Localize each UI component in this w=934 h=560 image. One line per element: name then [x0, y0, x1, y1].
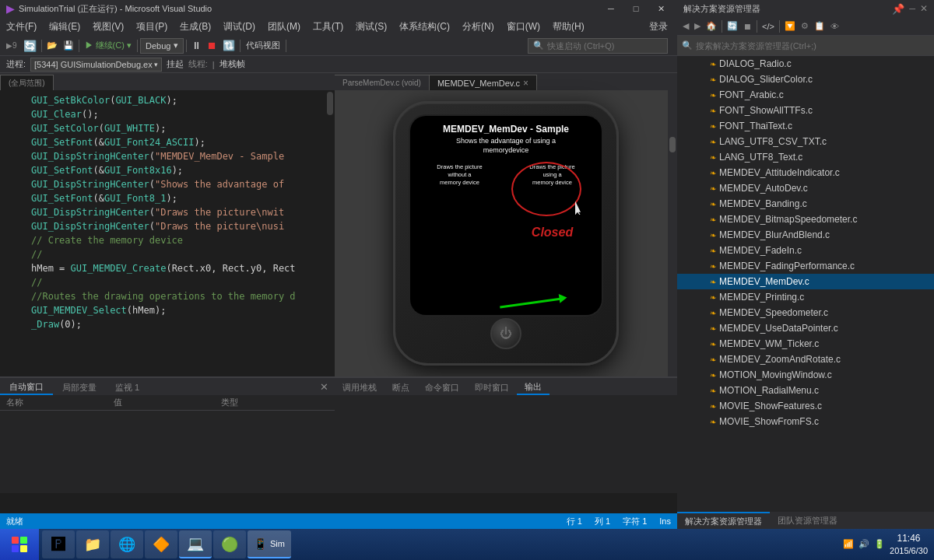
debug-tab-close-btn[interactable]: × — [523, 78, 528, 89]
tree-item[interactable]: ❧MEMDEV_ZoomAndRotate.c — [677, 352, 934, 367]
open-button[interactable]: 📂 — [44, 40, 60, 51]
start-button[interactable] — [0, 529, 39, 560]
debug-mode-dropdown[interactable]: Debug▾ — [140, 38, 184, 54]
tree-item[interactable]: ❧MEMDEV_Speedometer.c — [677, 305, 934, 320]
tree-item[interactable]: ❧MEMDEV_FadeIn.c — [677, 243, 934, 258]
solution-pin-btn[interactable]: 📌 — [892, 3, 904, 15]
taskbar-app-orange[interactable]: 🔶 — [145, 530, 177, 558]
code-line-9: GUI_DispStringHCenter("Draws the picture… — [31, 205, 335, 219]
minimize-button[interactable]: ─ — [601, 2, 621, 16]
menu-test[interactable]: 测试(S) — [349, 17, 393, 36]
debug-tab-inactive[interactable]: ParseMemDev.c (void) — [335, 75, 429, 90]
taskbar-app-sim[interactable]: 📱 Sim — [248, 530, 291, 558]
tree-item[interactable]: ❧MOTION_MovingWindow.c — [677, 367, 934, 383]
tree-item[interactable]: ❧FONT_ShowAllTTFs.c — [677, 103, 934, 118]
menu-build[interactable]: 生成(B) — [174, 17, 217, 36]
solution-minimize-btn[interactable]: ─ — [909, 4, 915, 13]
taskbar-app-browser[interactable]: 🌐 — [111, 530, 143, 558]
menu-view[interactable]: 视图(V) — [86, 17, 130, 36]
panel-close-btn[interactable]: ✕ — [320, 381, 328, 393]
continue-button[interactable]: ▶ 继续(C) ▾ — [82, 40, 135, 51]
tab-solution-explorer[interactable]: 解决方案资源管理器 — [677, 512, 770, 529]
stop-loading-btn[interactable]: ⏹ — [741, 22, 754, 31]
process-dropdown[interactable]: [5344] GUISimulationDebug.ex ▾ — [30, 58, 162, 72]
settings-btn[interactable]: ⚙ — [799, 21, 811, 31]
taskbar-app-files[interactable]: 📁 — [76, 530, 109, 558]
restart-button[interactable]: 🔃 — [220, 40, 237, 51]
menu-edit[interactable]: 编辑(E) — [43, 17, 86, 36]
maximize-button[interactable]: □ — [626, 2, 646, 16]
nav-forward-btn[interactable]: ▶ — [692, 21, 703, 31]
code-line-16: GUI_MEMDEV_Select(hMem); — [31, 303, 335, 317]
pause-button[interactable]: ⏸ — [189, 40, 204, 51]
tree-item[interactable]: ❧MEMDEV_BlurAndBlend.c — [677, 227, 934, 243]
filter-btn[interactable]: 🔽 — [782, 21, 798, 31]
tree-item[interactable]: ❧DIALOG_Radio.c — [677, 56, 934, 72]
debug-tab-immediate[interactable]: 即时窗口 — [467, 380, 517, 395]
menu-project[interactable]: 项目(P) — [130, 17, 174, 36]
tab-autos[interactable]: 自动窗口 — [0, 380, 53, 395]
editor-scrollbar[interactable] — [325, 90, 335, 376]
tree-item[interactable]: ❧MEMDEV_BitmapSpeedometer.c — [677, 212, 934, 227]
tree-item[interactable]: ❧MEMDEV_Printing.c — [677, 289, 934, 305]
tab-watch1[interactable]: 监视 1 — [106, 380, 149, 395]
menu-analyze[interactable]: 分析(N) — [456, 17, 500, 36]
close-button[interactable]: ✕ — [651, 2, 671, 16]
tree-item[interactable]: ❧MOVIE_ShowFeatures.c — [677, 398, 934, 414]
quick-launch[interactable]: 🔍 — [528, 38, 668, 54]
refresh-btn[interactable]: 🔄 — [725, 21, 740, 31]
solution-search-input[interactable] — [696, 41, 929, 51]
menu-help[interactable]: 帮助(H) — [546, 17, 591, 36]
menu-window[interactable]: 窗口(W) — [500, 17, 546, 36]
code-view-button[interactable]: 代码视图 — [243, 40, 283, 51]
menu-arch[interactable]: 体系结构(C) — [393, 17, 456, 36]
preview-btn[interactable]: 👁 — [828, 22, 841, 31]
taskbar-app-vs[interactable]: 💻 — [179, 530, 212, 558]
home-btn[interactable]: 🏠 — [704, 21, 719, 31]
green-arrow — [500, 297, 562, 308]
tree-item[interactable]: ❧DIALOG_SliderColor.c — [677, 72, 934, 87]
tab-locals[interactable]: 局部变量 — [53, 380, 106, 395]
debug-tab-callstack[interactable]: 调用堆栈 — [335, 380, 384, 395]
screen-right-col: Draws the pictureusing amemory device Cl… — [507, 160, 597, 312]
debug-tab-breakpoints[interactable]: 断点 — [384, 380, 417, 395]
save-button[interactable]: 💾 — [61, 40, 76, 51]
view-code-btn[interactable]: </> — [760, 22, 777, 31]
nav-back-btn[interactable]: ◀ — [680, 21, 691, 31]
tree-item[interactable]: ❧MOTION_RadialMenu.c — [677, 383, 934, 398]
tree-item[interactable]: ❧LANG_UTF8_CSV_TXT.c — [677, 134, 934, 149]
debug-tab-command[interactable]: 命令窗口 — [417, 380, 467, 395]
debug-tab-active[interactable]: MEMDEV_MemDev.c × — [429, 75, 537, 90]
tree-item[interactable]: ❧MEMDEV_MemDev.c — [677, 274, 934, 289]
taskbar-app-ps[interactable]: 🅿 — [42, 530, 75, 558]
solution-close-btn[interactable]: ✕ — [920, 3, 928, 14]
debug-tab-output[interactable]: 输出 — [517, 380, 550, 395]
tree-item[interactable]: ❧MEMDEV_Banding.c — [677, 196, 934, 212]
tree-item[interactable]: ❧FONT_ThaiText.c — [677, 118, 934, 134]
file-icon: ❧ — [710, 60, 716, 68]
tree-item[interactable]: ❧MEMDEV_AutoDev.c — [677, 180, 934, 196]
sim-scrollbar[interactable] — [668, 90, 677, 376]
code-tab[interactable]: (全局范围) — [0, 75, 54, 90]
menu-tools[interactable]: 工具(T) — [307, 17, 349, 36]
power-button[interactable]: ⏻ — [490, 318, 521, 349]
tree-item[interactable]: ❧FONT_Arabic.c — [677, 87, 934, 103]
tree-item[interactable]: ❧MOVIE_ShowFromFS.c — [677, 414, 934, 429]
stop-button[interactable]: ⏹ — [205, 40, 219, 51]
tree-item[interactable]: ❧MEMDEV_UseDataPointer.c — [677, 320, 934, 336]
menu-team[interactable]: 团队(M) — [262, 17, 307, 36]
login-text[interactable]: 登录 — [640, 20, 677, 33]
tree-item[interactable]: ❧LANG_UTF8_Text.c — [677, 149, 934, 165]
tree-item[interactable]: ❧MEMDEV_FadingPerformance.c — [677, 258, 934, 274]
suspend-btn[interactable]: 挂起 — [167, 58, 184, 70]
tree-item-label: MEMDEV_ZoomAndRotate.c — [719, 354, 841, 365]
tree-item[interactable]: ❧MEMDEV_AttitudeIndicator.c — [677, 165, 934, 180]
tree-item[interactable]: ❧MEMDEV_WM_Ticker.c — [677, 336, 934, 352]
props-btn[interactable]: 📋 — [812, 21, 827, 31]
tab-team-explorer[interactable]: 团队资源管理器 — [770, 512, 845, 529]
menu-file[interactable]: 文件(F) — [0, 17, 43, 36]
taskbar-app-green[interactable]: 🟢 — [213, 530, 246, 558]
menu-debug[interactable]: 调试(D) — [217, 17, 262, 36]
new-button[interactable]: 🔄 — [21, 40, 39, 52]
search-input[interactable] — [547, 41, 656, 51]
